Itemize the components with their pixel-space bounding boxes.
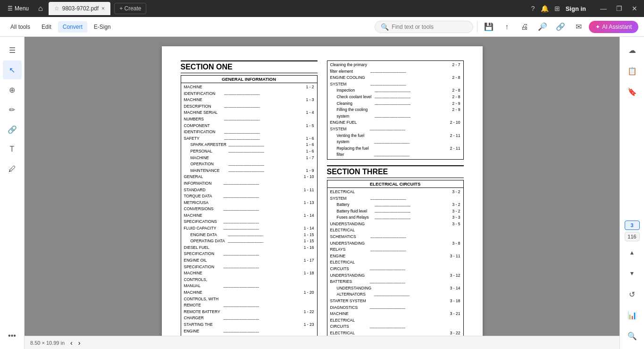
sidebar-tool-annotate[interactable]: ✏ [3,100,22,119]
right-panel-bookmark[interactable]: 🔖 [623,82,642,101]
nav-next-icon[interactable]: › [78,339,81,347]
toc-entry-dots: ........................................… [224,91,304,97]
toc-entry-text: Battery fluid level [330,208,375,215]
apps-icon[interactable]: ⊞ [554,5,560,12]
toc-entry-text: Check coolant level [330,94,375,101]
table-row: Filling the cooling system .............… [329,107,461,119]
toc-entry-page: 1 - 9 [306,168,314,174]
toc-entry-page: 2 - 7 [452,62,460,75]
toc-entry-dots: ........................................… [370,69,451,75]
toc-entry-text: STANDARD TORQUE DATA [184,187,223,200]
sidebar-tool-sign[interactable]: 🖊 [3,160,22,179]
toc-entry-text: ELECTRICAL SYSTEM [330,189,370,202]
right-panel-clipboard[interactable]: 📋 [623,61,642,80]
esign-button[interactable]: E-Sign [89,21,116,33]
save-icon-button[interactable]: 💾 [481,19,496,34]
toc-entry-dots: ........................................… [374,140,448,145]
create-label: + Create [119,5,141,12]
minimize-button[interactable]: — [597,4,610,13]
toc-entry-page: 2 - 9 [452,107,460,119]
toc-entry-text: UNDERSTANDING ELECTRICAL SCHEMATICS [330,221,370,240]
signin-button[interactable]: Sign in [566,5,586,12]
nav-right-button[interactable]: › [78,339,81,347]
toc-entry-text: MACHINE CONTROLS, WITH REMOTE [184,289,223,309]
toc-entry-text: OPERATING DATA [184,238,228,245]
toc-entry-dots: ........................................… [224,104,304,110]
table-row: OPERATING DATA .........................… [183,238,315,245]
menu-button[interactable]: ☰ Menu [4,3,33,14]
toc-entry-dots: ........................................… [370,247,451,253]
toc-entry-dots: ........................................… [370,196,451,202]
edit-button[interactable]: Edit [37,21,56,33]
chart-button[interactable]: 📊 [623,306,642,324]
convert-button[interactable]: Convert [58,21,87,33]
sidebar-tool-zoom[interactable]: ⊕ [3,80,22,99]
link-icon-button[interactable]: 🔗 [553,19,568,34]
toc-entry-page: 1 - 5 [306,123,314,136]
toc-entry-text: Cleaning [330,101,375,107]
toc-entry-text: STARTING THE ENGINE [184,322,223,334]
mail-icon-button[interactable]: ✉ [571,19,586,34]
toc-entry-page: 3 - 2 [452,208,460,215]
pdf-page: SECTION ONE GENERAL INFORMATION MACHINE … [162,46,483,340]
toc-entry-dots: ........................................… [223,226,302,231]
main-area: ☰ ↖ ⊕ ✏ 🔗 T 🖊 ••• SECTION ONE GENERAL IN… [0,37,644,349]
create-button[interactable]: + Create [114,3,146,14]
toc-entry-text: MACHINE DESCRIPTION [184,97,224,110]
refresh-button[interactable]: ↺ [623,285,642,304]
nav-left-button[interactable]: ‹ [70,339,73,347]
pdf-left-col: SECTION ONE GENERAL INFORMATION MACHINE … [181,60,318,340]
table-row: Fuses and Relays .......................… [329,214,461,221]
right-panel-cloud[interactable]: ☁ [623,41,642,60]
share-icon-button[interactable]: ↑ [499,19,514,34]
nav-prev-icon[interactable]: ‹ [70,339,73,347]
table-row: ENGINE OIL SPECIFICATION ...............… [183,257,315,270]
tab[interactable]: ☆ 9803-9702.pdf × [49,2,110,15]
toc-entry-page: 1 - 11 [304,187,314,200]
zoom-button[interactable]: 🔍 [623,326,642,345]
toc-entry-dots: ........................................… [224,117,304,122]
table-row: MACHINE CONTROLS, MANUAL ...............… [183,270,315,289]
search-input[interactable] [392,24,467,30]
page-number-total: 116 [625,232,640,241]
toc-entry-page: 3 - 8 [452,240,460,253]
scroll-down-button[interactable]: ▼ [623,264,642,283]
toc-entry-dots: ........................................… [228,168,304,174]
home-icon: ⌂ [38,4,43,12]
print-icon-button[interactable]: 🖨 [517,19,532,34]
help-icon[interactable]: ? [531,5,535,12]
toc-entry-page: 1 - 7 [306,155,314,168]
table-row: COMPONENT IDENTIFICATION ...............… [183,123,315,136]
pdf-two-column: SECTION ONE GENERAL INFORMATION MACHINE … [181,60,464,340]
search-tool-button[interactable]: 🔎 [535,19,550,34]
sidebar-tool-select[interactable]: ↖ [3,60,22,79]
sidebar-tool-text[interactable]: T [3,140,22,159]
toc-entry-page: 1 - 2 [306,84,314,97]
sidebar-tool-more[interactable]: ••• [3,326,22,345]
close-window-button[interactable]: ✕ [629,4,640,13]
table-row: UNDERSTANDING BATTERIES ................… [329,272,461,285]
table-row: SPARK ARRESTER .........................… [183,142,315,148]
toc-entry-text: MACHINE ELECTRICAL CIRCUITS [330,311,369,330]
toolbar-divider [477,21,477,33]
maximize-button[interactable]: ❐ [613,4,625,13]
toc-entry-page: 2 - 11 [450,145,460,158]
notification-icon[interactable]: 🔔 [541,5,549,12]
table-row: STARTER SYSTEM DIAGNOSTICS .............… [329,298,461,311]
section-three-block: ELECTRICAL CIRCUITS ELECTRICAL SYSTEM ..… [327,180,464,340]
toc-entry-page: 1 - 13 [304,200,314,213]
toc-entry-page: 1 - 3 [306,97,314,110]
toc-entry-dots: ........................................… [375,215,451,221]
sidebar-tool-link[interactable]: 🔗 [3,120,22,139]
scroll-up-button[interactable]: ▲ [623,243,642,262]
all-tools-button[interactable]: All tools [6,21,35,33]
toc-entry-page: 3 - 12 [450,272,460,285]
toc-entry-page: 2 - 8 [452,87,460,94]
ai-label: AI Assistant [602,24,632,30]
home-button[interactable]: ⌂ [36,2,45,15]
toc-entry-dots: ........................................… [370,234,451,240]
pdf-area: SECTION ONE GENERAL INFORMATION MACHINE … [25,37,619,349]
ai-assistant-button[interactable]: ✦ AI Assistant [589,21,638,33]
tab-close-icon[interactable]: × [101,5,105,12]
sidebar-tool-pan[interactable]: ☰ [3,41,22,60]
